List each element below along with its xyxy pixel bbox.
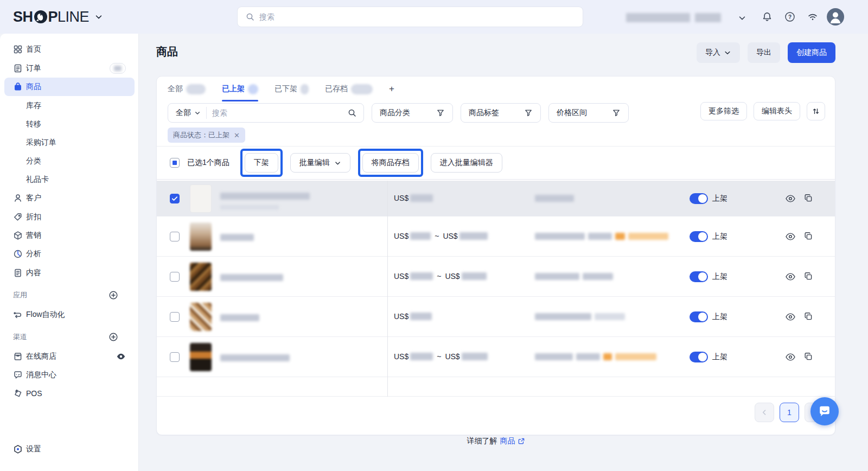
view-store-eye-icon[interactable]	[116, 352, 126, 361]
add-app-icon[interactable]	[108, 290, 118, 300]
sidebar-item-inventory[interactable]: 库存	[0, 97, 139, 115]
sidebar-item-online-store[interactable]: 在线商店	[0, 347, 139, 366]
sidebar-item-marketing[interactable]: 营销	[0, 226, 139, 245]
sidebar-item-purchase-orders[interactable]: 采购订单	[0, 133, 139, 152]
table-row[interactable]: US$~US$ 上架	[157, 257, 835, 297]
create-product-button[interactable]: 创建商品	[788, 42, 835, 63]
preview-eye-icon[interactable]	[785, 231, 796, 242]
bulk-action-bar: 已选1个商品 下架 批量编辑 将商品存档 进入批量编辑器	[157, 146, 835, 180]
status-label: 上架	[712, 312, 727, 322]
preview-eye-icon[interactable]	[785, 193, 796, 204]
notifications-bell-icon[interactable]	[762, 11, 773, 22]
selected-count: 已选1个商品	[187, 158, 229, 168]
preview-eye-icon[interactable]	[785, 352, 796, 362]
table-row[interactable]: US$~US$ 上架	[157, 337, 835, 377]
global-search-input[interactable]	[259, 12, 575, 21]
status-toggle[interactable]	[690, 311, 708, 322]
search-scope-select[interactable]: 全部	[168, 107, 207, 119]
duplicate-icon[interactable]	[803, 231, 814, 242]
export-button[interactable]: 导出	[748, 42, 780, 63]
top-bar: SHPLINE ?	[0, 0, 868, 34]
select-all-checkbox[interactable]	[170, 158, 180, 168]
tab-unpublished[interactable]: 已下架	[275, 77, 309, 101]
sort-button[interactable]	[807, 102, 825, 120]
tab-published[interactable]: 已上架	[222, 77, 258, 101]
sidebar-item-pos[interactable]: POS	[0, 384, 139, 403]
row-checkbox[interactable]	[170, 232, 180, 241]
sidebar-item-products[interactable]: 商品	[4, 78, 135, 96]
tab-count-redacted	[301, 84, 309, 94]
redacted-text	[695, 13, 721, 22]
sidebar-item-gift-cards[interactable]: 礼品卡	[0, 170, 139, 189]
network-wifi-icon[interactable]	[807, 11, 818, 22]
page-1-button[interactable]: 1	[780, 403, 799, 422]
duplicate-icon[interactable]	[803, 311, 814, 322]
learn-more: 详细了解 商品	[156, 436, 835, 446]
status-toggle[interactable]	[690, 271, 708, 282]
add-tab-button[interactable]: +	[389, 77, 394, 101]
tab-all[interactable]: 全部	[168, 77, 206, 101]
shopline-logo[interactable]: SHPLINE	[13, 8, 103, 26]
tab-count-redacted	[186, 84, 206, 94]
bulk-edit-dropdown[interactable]: 批量编辑	[290, 153, 350, 173]
archive-products-button[interactable]: 将商品存档	[362, 153, 419, 173]
table-row-partial	[157, 377, 835, 397]
more-filters-button[interactable]: 更多筛选	[700, 102, 747, 120]
prev-page-button[interactable]	[755, 403, 774, 422]
discount-tag-icon	[13, 212, 23, 222]
price-cell: US$	[394, 312, 432, 321]
row-checkbox[interactable]	[170, 312, 180, 322]
sidebar-item-orders[interactable]: 订单	[0, 59, 139, 78]
filter-tag-button[interactable]: 商品标签	[461, 103, 541, 123]
status-toggle[interactable]	[690, 193, 708, 204]
tab-archived[interactable]: 已存档	[325, 77, 373, 101]
duplicate-icon[interactable]	[803, 271, 814, 282]
sidebar-item-content[interactable]: 内容	[0, 264, 139, 282]
chevron-down-icon	[334, 160, 341, 167]
help-icon[interactable]: ?	[784, 11, 795, 22]
remove-filter-icon[interactable]: ✕	[234, 131, 240, 139]
preview-eye-icon[interactable]	[785, 311, 796, 322]
customers-icon	[13, 193, 23, 203]
chevron-down-icon[interactable]	[738, 14, 749, 24]
page-actions: 导入 导出 创建商品	[697, 42, 835, 63]
sidebar-item-flow[interactable]: Flow自动化	[0, 305, 139, 324]
marketing-cube-icon	[13, 231, 23, 240]
product-search-input[interactable]	[207, 109, 347, 117]
row-checkbox[interactable]	[170, 194, 180, 203]
row-checkbox[interactable]	[170, 352, 180, 362]
avatar[interactable]	[827, 8, 844, 26]
annotation-highlight-unpublish: 下架	[240, 149, 283, 177]
status-toggle[interactable]	[690, 231, 708, 242]
enter-bulk-editor-button[interactable]: 进入批量编辑器	[431, 153, 502, 173]
sidebar-item-customers[interactable]: 客户	[0, 189, 139, 207]
sidebar-item-discounts[interactable]: 折扣	[0, 208, 139, 226]
support-chat-button[interactable]	[810, 397, 839, 425]
product-name-redacted	[220, 233, 254, 243]
store-name-redacted[interactable]	[626, 12, 735, 22]
sidebar-item-home[interactable]: 首页	[0, 40, 139, 59]
row-checkbox[interactable]	[170, 272, 180, 282]
status-toggle[interactable]	[690, 352, 708, 362]
sidebar-item-settings[interactable]: 设置	[0, 440, 139, 459]
edit-columns-button[interactable]: 编辑表头	[754, 102, 800, 120]
table-row[interactable]: US$ 上架	[157, 297, 835, 337]
filter-category-button[interactable]: 商品分类	[372, 103, 453, 123]
content-file-icon	[13, 268, 23, 278]
preview-eye-icon[interactable]	[785, 271, 796, 282]
duplicate-icon[interactable]	[803, 352, 814, 362]
products-help-link[interactable]: 商品	[500, 436, 525, 446]
sidebar-item-message-center[interactable]: 消息中心	[0, 366, 139, 384]
add-channel-icon[interactable]	[108, 332, 118, 342]
sidebar-item-collections[interactable]: 分类	[0, 152, 139, 170]
duplicate-icon[interactable]	[803, 193, 814, 204]
tab-count-redacted	[248, 84, 258, 94]
import-button[interactable]: 导入	[697, 42, 740, 63]
table-row[interactable]: US$ 上架	[157, 181, 835, 217]
sidebar-item-analytics[interactable]: 分析	[0, 245, 139, 263]
filter-price-button[interactable]: 价格区间	[548, 103, 629, 123]
unpublish-button[interactable]: 下架	[245, 153, 278, 173]
table-row[interactable]: US$~US$ 上架	[157, 217, 835, 257]
sidebar-item-transfer[interactable]: 转移	[0, 115, 139, 133]
svg-text:?: ?	[788, 14, 792, 20]
